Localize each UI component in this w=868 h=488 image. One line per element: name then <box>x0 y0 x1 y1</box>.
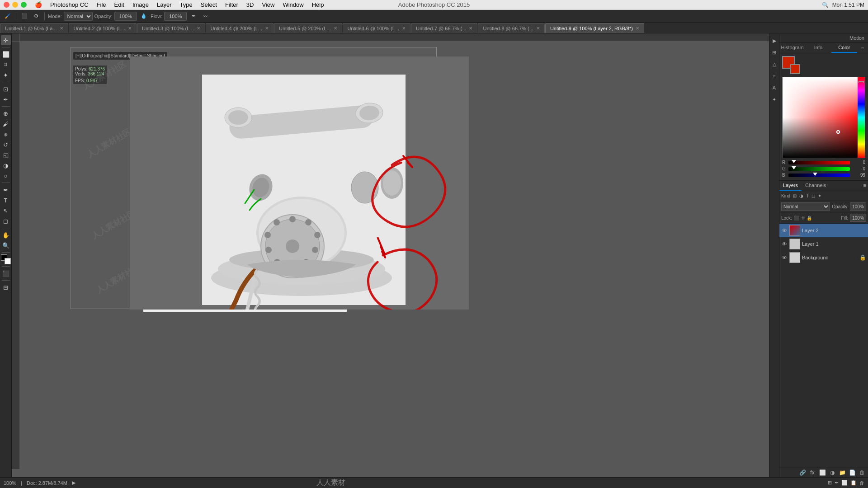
canvas-icon-2[interactable]: ✒ <box>835 480 839 486</box>
hand-tool[interactable]: ✋ <box>1 230 11 240</box>
dodge-tool[interactable]: ○ <box>1 171 11 181</box>
close-button[interactable] <box>4 2 9 8</box>
delete-layer-icon[interactable]: 🗑 <box>858 469 866 476</box>
smoothing-icon[interactable]: 〰 <box>200 11 210 21</box>
add-mask-icon[interactable]: ⬜ <box>818 469 826 476</box>
brush-preset-picker[interactable]: ⬛ <box>19 11 29 21</box>
blend-mode-select[interactable]: Normal <box>781 202 830 211</box>
add-style-icon[interactable]: fx <box>808 469 816 476</box>
path-select-tool[interactable]: ↖ <box>1 206 11 216</box>
tab-4[interactable]: Untitled-5 @ 200% (L... ✕ <box>274 23 342 33</box>
spot-heal-tool[interactable]: ⊕ <box>1 108 11 118</box>
g-slider-track[interactable] <box>788 167 850 171</box>
b-slider-track[interactable] <box>788 174 850 177</box>
menu-filter[interactable]: Filter <box>222 0 242 9</box>
filter-type-icon[interactable]: T <box>805 192 810 199</box>
select-rect-tool[interactable]: ⬜ <box>1 49 11 59</box>
layers-panel-menu[interactable]: ≡ <box>862 181 868 191</box>
filter-smart-icon[interactable]: ✦ <box>817 192 822 199</box>
new-adjustment-icon[interactable]: ◑ <box>828 469 836 476</box>
airbrush-icon[interactable]: 💧 <box>139 11 149 21</box>
minimize-button[interactable] <box>12 2 18 8</box>
tab-0[interactable]: Untitled-1 @ 50% (La... ✕ <box>0 23 68 33</box>
panel-icon-1[interactable]: ▶ <box>770 36 779 45</box>
foreground-color-swatch[interactable] <box>1 254 11 264</box>
tab-close-3[interactable]: ✕ <box>265 26 269 31</box>
brush-tool-icon[interactable]: 🖌️ <box>3 11 13 21</box>
fill-input[interactable] <box>850 214 866 222</box>
flow-input[interactable] <box>164 12 187 21</box>
new-group-icon[interactable]: 📁 <box>838 469 846 476</box>
tab-close-0[interactable]: ✕ <box>60 26 63 31</box>
canvas-icon-4[interactable]: 📋 <box>850 480 857 486</box>
tab-8[interactable]: Untitled-9 @ 100% (Layer 2, RGB/8*) ✕ <box>545 23 644 33</box>
menu-select[interactable]: Select <box>197 0 221 9</box>
pen-pressure-icon[interactable]: ✒ <box>189 11 198 21</box>
nav-arrow[interactable]: ▶ <box>72 480 75 486</box>
menu-edit[interactable]: Edit <box>111 0 128 9</box>
layer-1-visibility-icon[interactable]: 👁 <box>781 241 788 248</box>
opacity-input[interactable] <box>114 12 137 21</box>
zoom-tool[interactable]: 🔍 <box>1 240 11 250</box>
tab-close-6[interactable]: ✕ <box>469 26 472 31</box>
pen-tool[interactable]: ✒ <box>1 185 11 195</box>
tab-close-4[interactable]: ✕ <box>334 26 337 31</box>
menu-view[interactable]: View <box>258 0 278 9</box>
lock-pixels-icon[interactable]: ⬛ <box>794 216 799 221</box>
tab-channels[interactable]: Channels <box>802 181 830 191</box>
maximize-button[interactable] <box>21 2 27 8</box>
tab-close-8[interactable]: ✕ <box>636 26 639 31</box>
panel-menu-icon[interactable]: ≡ <box>857 43 868 53</box>
menu-photoshop[interactable]: Photoshop CC <box>47 0 92 9</box>
menu-type[interactable]: Type <box>176 0 196 9</box>
canvas-area[interactable]: [+][Orthographic][Standard][Default Shad… <box>12 33 779 477</box>
new-layer-icon[interactable]: 📄 <box>848 469 856 476</box>
clone-tool[interactable]: ⎈ <box>1 129 11 139</box>
brush-settings-icon[interactable]: ⚙ <box>31 11 41 21</box>
brush-tool[interactable]: 🖌 <box>1 119 11 129</box>
layer-2-visibility-icon[interactable]: 👁 <box>781 227 788 234</box>
tab-close-5[interactable]: ✕ <box>402 26 406 31</box>
spectrum-hue-bar[interactable] <box>858 77 865 158</box>
gradient-tool[interactable]: ◑ <box>1 160 11 170</box>
canvas-icon-5[interactable]: 🗑 <box>859 480 864 486</box>
color-spectrum[interactable] <box>782 77 865 158</box>
menu-help[interactable]: Help <box>308 0 328 9</box>
move-tool[interactable]: ✛ <box>1 35 11 45</box>
mode-select[interactable]: Normal <box>64 12 93 21</box>
search-icon[interactable]: 🔍 <box>822 2 829 8</box>
tab-layers[interactable]: Layers <box>779 181 802 191</box>
lasso-tool[interactable]: ⌗ <box>1 60 11 70</box>
layer-item-2[interactable]: 👁 Layer 2 <box>779 224 868 237</box>
menu-file[interactable]: File <box>93 0 110 9</box>
tab-7[interactable]: Untitled-8 @ 66.7% (... ✕ <box>478 23 544 33</box>
background-swatch[interactable] <box>790 64 800 74</box>
menu-layer[interactable]: Layer <box>153 0 175 9</box>
panel-icon-2[interactable]: ⊞ <box>770 48 779 57</box>
screen-mode-icon[interactable]: ⊟ <box>1 282 11 292</box>
shape-tool[interactable]: ◻ <box>1 216 11 226</box>
lock-all-icon[interactable]: 🔒 <box>807 216 812 221</box>
panel-icon-4[interactable]: ≡ <box>770 71 779 80</box>
apple-menu[interactable]: 🍎 <box>31 0 46 9</box>
menu-window[interactable]: Window <box>279 0 307 9</box>
filter-adjust-icon[interactable]: ◑ <box>798 192 804 199</box>
text-tool[interactable]: T <box>1 195 11 205</box>
tab-close-1[interactable]: ✕ <box>128 26 132 31</box>
opacity-input[interactable] <box>850 202 866 211</box>
tab-histogram[interactable]: Histogram <box>779 43 805 53</box>
layer-item-bg[interactable]: 👁 Background 🔒 <box>779 251 868 264</box>
eyedropper-tool[interactable]: ✒ <box>1 94 11 104</box>
tab-info[interactable]: Info <box>805 43 831 53</box>
tab-6[interactable]: Untitled-7 @ 66.7% (... ✕ <box>411 23 477 33</box>
panel-icon-5[interactable]: A <box>770 83 779 92</box>
panel-icon-3[interactable]: △ <box>770 60 779 69</box>
tab-5[interactable]: Untitled-6 @ 100% (L... ✕ <box>343 23 411 33</box>
crop-tool[interactable]: ⊡ <box>1 84 11 94</box>
r-slider-track[interactable] <box>788 161 850 164</box>
tab-2[interactable]: Untitled-3 @ 100% (L... ✕ <box>137 23 205 33</box>
quick-mask-tool[interactable]: ⬛ <box>1 268 11 278</box>
history-brush-tool[interactable]: ↺ <box>1 140 11 150</box>
link-layers-icon[interactable]: 🔗 <box>798 469 807 476</box>
panel-icon-6[interactable]: ✦ <box>770 95 779 104</box>
